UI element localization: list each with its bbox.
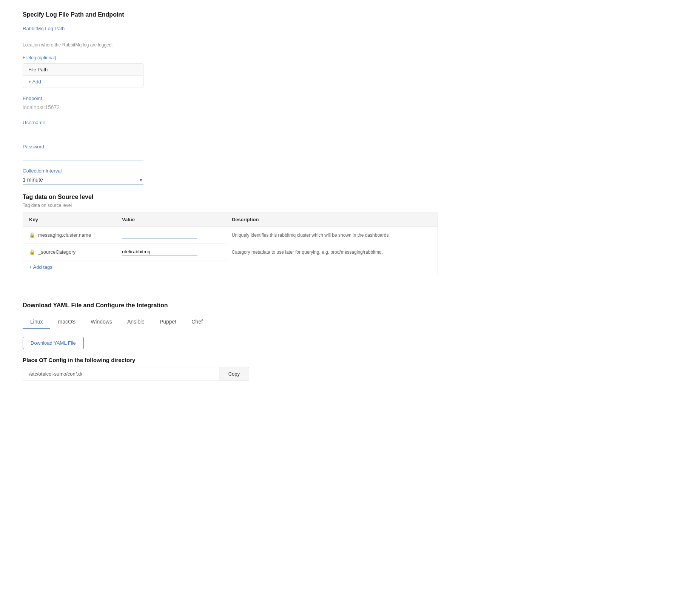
lock-icon: 🔒 xyxy=(29,232,35,238)
filelog-table: File Path + Add xyxy=(23,63,143,88)
tab-chef[interactable]: Chef xyxy=(184,315,210,329)
tab-macos[interactable]: macOS xyxy=(50,315,83,329)
endpoint-label: Endpoint xyxy=(23,96,430,101)
tab-windows[interactable]: Windows xyxy=(83,315,120,329)
tag-value-input-1[interactable] xyxy=(122,231,197,239)
rabbitmq-log-path-hint: Location where the RabbitMq log are logg… xyxy=(23,42,430,48)
endpoint-input[interactable] xyxy=(23,103,143,112)
filelog-label: Filelog (optional) xyxy=(23,55,430,60)
section-title-log-path: Specify Log File Path and Endpoint xyxy=(23,11,430,18)
description-column-header: Description xyxy=(226,213,438,227)
os-tabs: Linux macOS Windows Ansible Puppet Chef xyxy=(23,315,249,329)
tab-ansible[interactable]: Ansible xyxy=(120,315,152,329)
key-value-2: _sourceCategory xyxy=(38,249,76,255)
tag-section-title: Tag data on Source level xyxy=(23,194,430,200)
place-config-title: Place OT Config in the following directo… xyxy=(23,357,430,363)
rabbitmq-log-path-label: RabbitMq Log Path xyxy=(23,26,430,31)
tag-desc-1: Uniquely identifies this rabbitmq cluste… xyxy=(232,233,389,238)
password-label: Password xyxy=(23,144,430,150)
key-column-header: Key xyxy=(23,213,116,227)
tab-linux[interactable]: Linux xyxy=(23,315,50,329)
collection-interval-select[interactable]: 1 minute 5 minutes 10 minutes 30 minutes… xyxy=(23,175,143,185)
tag-section-subtitle: Tag data on source level xyxy=(23,203,430,208)
add-tags-row: + Add tags xyxy=(23,260,438,274)
add-tags-link[interactable]: + Add tags xyxy=(29,264,52,270)
tag-desc-2: Category metadata to use later for query… xyxy=(232,250,383,255)
value-column-header: Value xyxy=(116,213,226,227)
config-path-text: /etc/otelcol-sumo/conf.d/ xyxy=(23,367,219,381)
table-row: 🔒 _sourceCategory Category metadata to u… xyxy=(23,244,438,260)
config-path-row: /etc/otelcol-sumo/conf.d/ Copy xyxy=(23,367,249,381)
collection-interval-label: Collection Interval xyxy=(23,168,430,174)
tag-value-input-2[interactable] xyxy=(122,248,197,256)
copy-button[interactable]: Copy xyxy=(219,367,249,381)
download-section-title: Download YAML File and Configure the Int… xyxy=(23,302,430,309)
rabbitmq-log-path-input[interactable] xyxy=(23,33,143,42)
tags-table: Key Value Description 🔒 messaging.cluste… xyxy=(23,213,438,274)
file-path-column-header: File Path xyxy=(23,64,143,76)
password-input[interactable] xyxy=(23,151,143,160)
username-label: Username xyxy=(23,120,430,125)
add-file-path-link[interactable]: + Add xyxy=(23,76,143,88)
table-row: 🔒 messaging.cluster.name Uniquely identi… xyxy=(23,227,438,244)
download-yaml-button[interactable]: Download YAML File xyxy=(23,337,84,349)
username-input[interactable] xyxy=(23,127,143,136)
collection-interval-wrapper: 1 minute 5 minutes 10 minutes 30 minutes… xyxy=(23,175,143,185)
key-value-1: messaging.cluster.name xyxy=(38,232,91,238)
tab-puppet[interactable]: Puppet xyxy=(152,315,184,329)
lock-icon: 🔒 xyxy=(29,249,35,255)
